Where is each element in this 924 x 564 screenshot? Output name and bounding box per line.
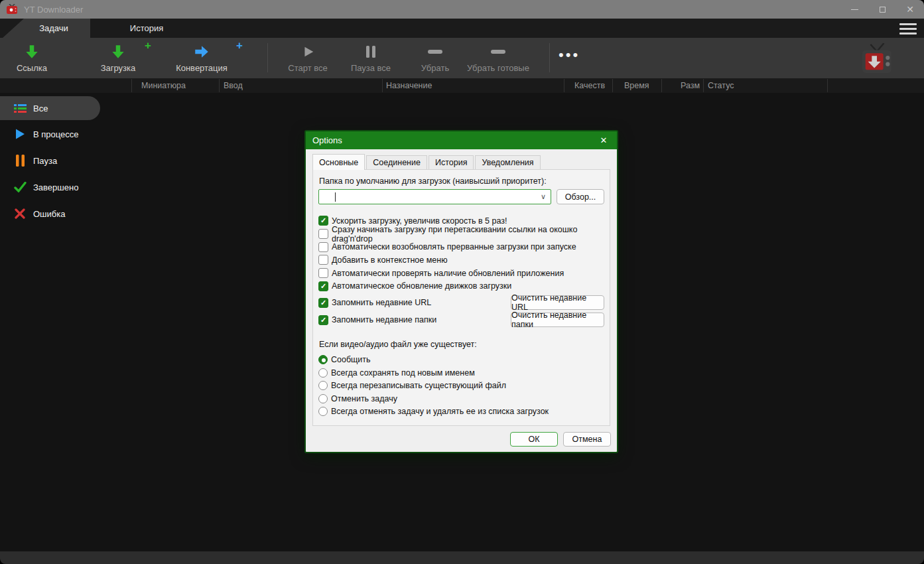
close-button[interactable]: ✕ <box>896 0 924 19</box>
checkbox[interactable]: ✓ <box>318 281 328 291</box>
sidebar-item-paused[interactable]: Пауза <box>0 149 100 173</box>
checkbox-row-resume[interactable]: ✓ Автоматически возобновлять прерванные … <box>318 240 604 253</box>
sidebar-item-all[interactable]: Все <box>0 96 100 120</box>
radio[interactable] <box>318 407 328 416</box>
dialog-tab-general[interactable]: Основные <box>312 154 365 170</box>
sidebar-item-label: Пауза <box>33 156 57 166</box>
dialog-tab-notifications[interactable]: Уведомления <box>475 155 540 169</box>
radio-row-cancelremove[interactable]: Всегда отменять задачу и удалять ее из с… <box>318 405 604 419</box>
radio[interactable] <box>318 394 328 403</box>
checkbox-label: Автоматически проверять наличие обновлен… <box>332 269 564 278</box>
checkmark-icon: ✓ <box>320 317 326 324</box>
cross-icon <box>13 207 27 220</box>
checkmark-icon: ✓ <box>320 283 326 290</box>
link-label: Ссылка <box>8 63 56 73</box>
radio-row-newname[interactable]: Всегда сохранять под новым именем <box>318 366 604 380</box>
sidebar-item-inprogress[interactable]: В процессе <box>0 122 100 146</box>
checkbox[interactable]: ✓ <box>318 216 328 226</box>
checkmark-icon: ✓ <box>320 217 326 224</box>
browse-button[interactable]: Обзор... <box>557 189 604 204</box>
checkbox-row-engineupdates[interactable]: ✓ Автоматическое обновление движков загр… <box>318 279 604 293</box>
radio-row-notify[interactable]: Сообщить <box>318 353 604 366</box>
remove-button: Убрать <box>413 41 458 76</box>
radio-row-cancel[interactable]: Отменить задачу <box>318 392 604 405</box>
download-button[interactable]: + Загрузка <box>93 41 143 76</box>
menu-hamburger-icon[interactable] <box>897 21 919 36</box>
statusbar <box>0 551 924 564</box>
clear-recent-urls-button[interactable]: Очистить недавние URL <box>511 295 604 310</box>
toolbar: Ссылка + Загрузка + Конвертация Старт вс… <box>0 38 924 78</box>
colored-list-icon <box>13 102 27 115</box>
check-icon <box>13 180 27 194</box>
checkbox[interactable]: ✓ <box>318 229 328 239</box>
dialog-titlebar[interactable]: Options ✕ <box>306 131 617 149</box>
radio-label: Сообщить <box>331 355 371 364</box>
dialog-title: Options <box>312 135 342 145</box>
checkbox-label: Добавить в контекстное меню <box>332 255 448 265</box>
combobox-chevron-icon[interactable]: ∨ <box>541 192 546 201</box>
radio[interactable] <box>318 355 328 364</box>
radio[interactable] <box>318 381 328 390</box>
more-icon[interactable]: ••• <box>559 46 580 64</box>
text-caret <box>335 192 336 202</box>
checkbox-row-dragdrop[interactable]: ✓ Сразу начинать загрузку при перетаскив… <box>318 228 604 241</box>
checkbox-label: Автоматическое обновление движков загруз… <box>332 281 511 291</box>
default-folder-combobox[interactable]: ∨ <box>318 189 551 204</box>
start-all-button: Старт все <box>280 41 336 76</box>
pause-all-button: Пауза все <box>343 41 399 76</box>
pause-all-label: Пауза все <box>343 63 399 73</box>
sidebar-item-label: Завершено <box>33 182 78 192</box>
default-folder-label: Папка по умолчанию для загрузок (наивысш… <box>319 176 604 186</box>
radio-label: Всегда сохранять под новым именем <box>331 368 475 378</box>
app-tv-icon <box>5 4 19 15</box>
app-window: YT Downloader ✕ Задачи История Ссылка + … <box>0 0 924 564</box>
column-destination[interactable]: Назначение <box>386 78 432 93</box>
remove-minus-icon <box>413 41 458 62</box>
pause-icon <box>13 154 27 167</box>
checkbox[interactable]: ✓ <box>318 255 328 265</box>
checkbox[interactable]: ✓ <box>318 298 328 308</box>
checkbox[interactable]: ✓ <box>318 268 328 278</box>
checkmark-icon: ✓ <box>320 299 326 307</box>
checkbox-label: Запомнить недавние папки <box>332 315 436 324</box>
column-status[interactable]: Статус <box>708 78 734 93</box>
tab-tasks[interactable]: Задачи <box>3 19 90 38</box>
remove-done-label: Убрать готовые <box>461 63 535 73</box>
checkbox-label: Автоматически возобновлять прерванные за… <box>332 242 576 251</box>
checkbox-row-appupdates[interactable]: ✓ Автоматически проверять наличие обновл… <box>318 267 604 280</box>
sidebar-item-label: Ошибка <box>33 209 65 219</box>
ok-button[interactable]: ОК <box>510 432 558 447</box>
minimize-button[interactable] <box>840 0 868 19</box>
titlebar: YT Downloader ✕ <box>0 0 924 19</box>
convert-button[interactable]: + Конвертация <box>168 41 235 76</box>
tab-history[interactable]: История <box>90 19 203 38</box>
link-button[interactable]: Ссылка <box>8 41 56 76</box>
column-quality[interactable]: Качеств <box>574 78 605 93</box>
column-input[interactable]: Ввод <box>224 78 243 93</box>
maximize-button[interactable] <box>868 0 896 19</box>
options-dialog: Options ✕ Основные Соединение История Ув… <box>306 131 617 452</box>
sidebar-item-error[interactable]: Ошибка <box>0 202 100 226</box>
convert-label: Конвертация <box>168 63 235 73</box>
checkbox[interactable]: ✓ <box>318 315 328 325</box>
clear-recent-folders-button[interactable]: Очистить недавние папки <box>511 313 604 327</box>
window-title: YT Downloader <box>24 5 83 15</box>
dialog-close-button[interactable]: ✕ <box>590 131 617 149</box>
dialog-tab-history[interactable]: История <box>429 155 474 169</box>
column-time[interactable]: Время <box>624 78 649 93</box>
file-exists-label: Если видео/аудио файл уже существует: <box>319 340 604 349</box>
radio-label: Всегда отменять задачу и удалять ее из с… <box>331 407 549 416</box>
checkbox[interactable]: ✓ <box>318 242 328 252</box>
radio[interactable] <box>318 368 328 378</box>
maximize-icon <box>880 7 886 13</box>
sidebar-item-label: Все <box>33 104 48 113</box>
dialog-tab-connection[interactable]: Соединение <box>366 155 427 169</box>
cancel-button[interactable]: Отмена <box>563 432 611 447</box>
checkbox-row-contextmenu[interactable]: ✓ Добавить в контекстное меню <box>318 253 604 267</box>
column-thumbnail[interactable]: Миниатюра <box>141 78 186 93</box>
column-size[interactable]: Разм <box>681 78 700 93</box>
dialog-tabs: Основные Соединение История Уведомления <box>312 154 542 169</box>
sidebar-item-finished[interactable]: Завершено <box>0 175 100 199</box>
close-icon: ✕ <box>906 5 914 14</box>
radio-row-overwrite[interactable]: Всегда перезаписывать существующий файл <box>318 379 604 392</box>
